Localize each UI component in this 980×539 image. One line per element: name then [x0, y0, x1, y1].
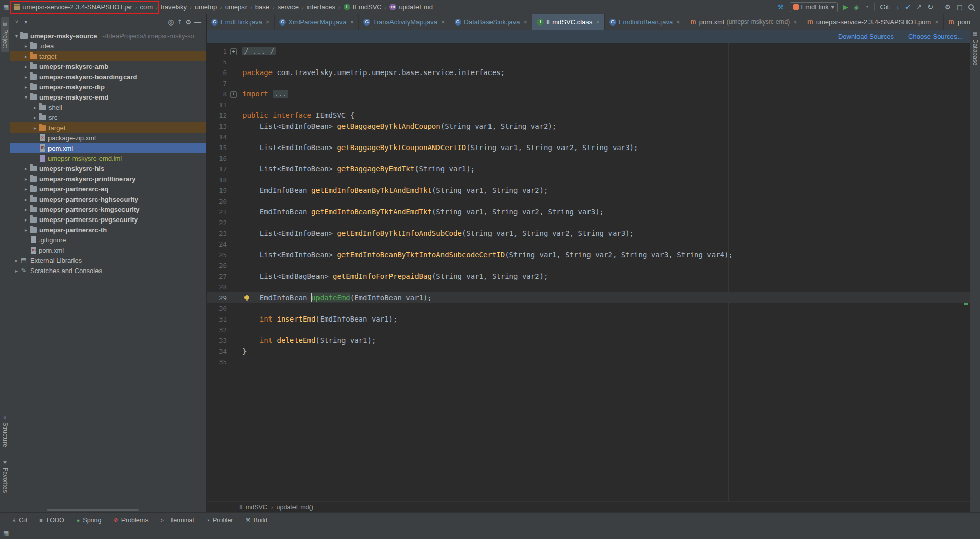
- profiler-icon[interactable]: ◔: [865, 4, 869, 10]
- breadcrumb-item[interactable]: umetrip: [193, 2, 219, 12]
- tool-window-button-todo[interactable]: ≡TODO: [39, 517, 64, 524]
- tool-window-button-terminal[interactable]: >_Terminal: [160, 517, 194, 524]
- tool-stripe-favorites[interactable]: ★Favorites: [1, 456, 9, 496]
- close-icon[interactable]: ×: [523, 18, 527, 26]
- chevron-right-icon[interactable]: ▸: [32, 125, 38, 131]
- code-line[interactable]: 30: [207, 303, 970, 314]
- breadcrumb-item[interactable]: IEmdSVC: [341, 2, 384, 12]
- code-line[interactable]: 11: [207, 100, 970, 110]
- tree-row[interactable]: ▸umepsr-partnersrc-th: [10, 225, 206, 235]
- code-line[interactable]: 28: [207, 282, 970, 292]
- git-update-icon[interactable]: ↓: [896, 4, 900, 10]
- close-icon[interactable]: ×: [350, 18, 354, 26]
- chevron-right-icon[interactable]: ▸: [22, 64, 29, 69]
- chevron-down-icon[interactable]: ▾: [24, 19, 27, 25]
- editor-tab[interactable]: pom.xml(umepsr-mskysrc-emd)×: [685, 14, 802, 30]
- editor-tab[interactable]: EmdInfoBean.java×: [605, 14, 685, 30]
- chevron-right-icon[interactable]: ▸: [22, 227, 29, 233]
- editor-tab[interactable]: DataBaseSink.java×: [450, 14, 532, 30]
- build-tool-icon[interactable]: ⚒: [778, 4, 784, 10]
- chevron-right-icon[interactable]: ▸: [32, 115, 38, 120]
- breadcrumb-item[interactable]: interfaces: [305, 2, 337, 12]
- chevron-right-icon[interactable]: ▸: [32, 105, 38, 110]
- notification-link[interactable]: Download Sources: [838, 33, 894, 40]
- code-line[interactable]: 6package com.travelsky.umetrip.umepsr.ba…: [207, 67, 970, 78]
- fold-marker-icon[interactable]: [229, 46, 238, 57]
- maximize-icon[interactable]: ▢: [957, 4, 963, 10]
- tool-stripe-project[interactable]: ▤Project: [1, 17, 9, 52]
- breadcrumb-item[interactable]: umepsr: [223, 2, 249, 12]
- chevron-right-icon[interactable]: ▸: [22, 54, 29, 59]
- tool-stripe-structure[interactable]: ≡Structure: [1, 413, 9, 451]
- code-line[interactable]: 29 EmdInfoBean updateEmd(EmdInfoBean var…: [207, 292, 970, 303]
- code-line[interactable]: 15 List<EmdInfoBean> getBaggageByTktCoup…: [207, 142, 970, 153]
- tree-row[interactable]: pom.xml: [10, 245, 206, 255]
- tree-row[interactable]: ▸umepsr-partnersrc-hghsecurity: [10, 194, 206, 204]
- editor-tab[interactable]: EmdFlink.java×: [207, 14, 275, 30]
- code-line[interactable]: 20: [207, 196, 970, 207]
- tool-window-button-problems[interactable]: ⊘Problems: [113, 517, 148, 524]
- code-line[interactable]: 33 int deleteEmd(String var1);: [207, 335, 970, 346]
- git-history-icon[interactable]: ↻: [927, 4, 933, 10]
- tree-row[interactable]: ▸umepsr-partnersrc-pvgsecurity: [10, 214, 206, 225]
- git-push-icon[interactable]: ↗: [916, 4, 922, 10]
- tree-row[interactable]: ▸src: [10, 112, 206, 122]
- code-line[interactable]: 25 List<EmdInfoBean> getEmdInfoBeanByTkt…: [207, 250, 970, 260]
- chevron-right-icon[interactable]: ▸: [13, 258, 20, 263]
- code-line[interactable]: 16: [207, 153, 970, 164]
- breadcrumb-item[interactable]: base: [253, 2, 272, 12]
- close-icon[interactable]: ×: [266, 18, 270, 26]
- locate-file-icon[interactable]: ◎: [168, 18, 174, 26]
- tree-row[interactable]: ▸umepsr-mskysrc-printItinerary: [10, 174, 206, 184]
- git-commit-icon[interactable]: ✔: [905, 4, 911, 10]
- chevron-right-icon[interactable]: ▸: [22, 74, 29, 80]
- code-line[interactable]: 17 List<EmdInfoBean> getBaggageByEmdTkt(…: [207, 164, 970, 175]
- close-icon[interactable]: ×: [596, 18, 600, 26]
- tree-row[interactable]: package-zip.xml: [10, 133, 206, 143]
- chevron-right-icon[interactable]: ▸: [22, 197, 29, 202]
- collapse-all-icon[interactable]: ↥: [177, 18, 182, 26]
- editor-tab[interactable]: pom.xml(umepsr-n×: [944, 14, 970, 30]
- editor-breadcrumb-item[interactable]: updateEmd(): [277, 504, 313, 511]
- chevron-right-icon[interactable]: ▸: [22, 84, 29, 90]
- window-menu-icon[interactable]: ▦: [3, 4, 9, 11]
- code-line[interactable]: 5: [207, 57, 970, 67]
- coverage-icon[interactable]: ◈: [854, 4, 859, 10]
- breadcrumb-item[interactable]: com: [138, 2, 155, 12]
- chevron-down-icon[interactable]: ▾: [13, 33, 20, 39]
- tool-stripe-database[interactable]: ▦Database: [971, 28, 979, 69]
- chevron-right-icon[interactable]: ▸: [13, 268, 20, 274]
- chevron-down-icon[interactable]: ▾: [22, 94, 29, 100]
- chevron-right-icon[interactable]: ▸: [22, 207, 29, 212]
- code-line[interactable]: 14: [207, 132, 970, 142]
- intention-bulb-icon[interactable]: [244, 295, 250, 301]
- code-line[interactable]: 23 List<EmdInfoBean> getEmdInfoByTktInfo…: [207, 228, 970, 239]
- tree-row[interactable]: ▸✎Scratches and Consoles: [10, 265, 206, 276]
- code-line[interactable]: 1/ ... /: [207, 46, 970, 57]
- code-line[interactable]: 24: [207, 239, 970, 250]
- code-line[interactable]: 19 EmdInfoBean getEmdInfoBeanByTktAndEmd…: [207, 185, 970, 196]
- breadcrumb-item[interactable]: updateEmd: [387, 2, 435, 12]
- editor-tab[interactable]: TransActivityMap.java×: [359, 14, 450, 30]
- tool-window-button-profiler[interactable]: ◔Profiler: [206, 517, 233, 524]
- chevron-right-icon[interactable]: ▸: [22, 217, 29, 223]
- close-icon[interactable]: ×: [793, 18, 797, 26]
- code-line[interactable]: 26: [207, 260, 970, 271]
- tool-window-button-spring[interactable]: ●Spring: [77, 517, 102, 524]
- settings-icon[interactable]: ⚙: [945, 4, 951, 10]
- run-icon[interactable]: ▶: [843, 4, 848, 10]
- code-line[interactable]: 8import ...: [207, 89, 970, 100]
- tree-row[interactable]: ▸umepsr-mskysrc-his: [10, 163, 206, 174]
- editor-tab[interactable]: XmlParserMap.java×: [275, 14, 359, 30]
- settings-icon[interactable]: ⚙: [185, 18, 191, 26]
- hide-panel-icon[interactable]: —: [194, 18, 201, 26]
- tool-window-button-build[interactable]: ⚒Build: [246, 517, 268, 524]
- tree-row[interactable]: ▸▤External Libraries: [10, 255, 206, 265]
- tree-row[interactable]: ▸umepsr-mskysrc-dip: [10, 82, 206, 92]
- search-icon[interactable]: [968, 4, 974, 10]
- code-line[interactable]: 21 EmdInfoBean getEmdInfoBeanByTktAndEmd…: [207, 207, 970, 217]
- run-configuration-select[interactable]: EmdFlink▾: [790, 2, 838, 12]
- tree-row[interactable]: ▸target: [10, 122, 206, 133]
- tree-row[interactable]: ▾umepsr-msky-source~/IdeaProjects/umepsr…: [10, 31, 206, 41]
- tree-horizontal-scrollbar[interactable]: [47, 509, 139, 511]
